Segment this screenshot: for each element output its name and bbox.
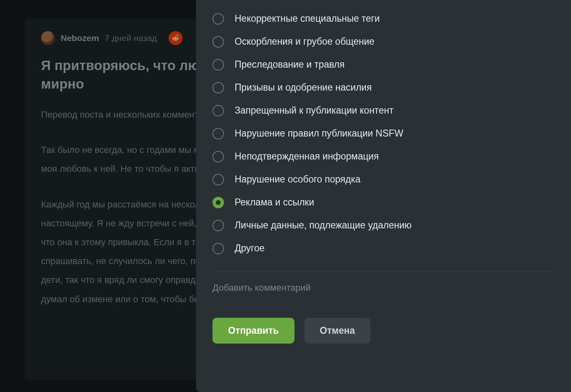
- radio-icon: [212, 128, 224, 139]
- option-special-violation[interactable]: Нарушение особого порядка: [212, 168, 555, 191]
- option-nsfw-violation[interactable]: Нарушение правил публикации NSFW: [212, 122, 555, 145]
- option-violence-calls[interactable]: Призывы и одобрение насилия: [212, 76, 555, 99]
- option-harassment[interactable]: Преследование и травля: [212, 53, 555, 76]
- option-unverified-info[interactable]: Неподтвержденная информация: [212, 145, 555, 168]
- radio-icon: [212, 13, 224, 25]
- option-label: Другое: [235, 243, 265, 254]
- modal-buttons: Отправить Отмена: [212, 318, 555, 344]
- report-modal: Некорректные специальные теги Оскорблени…: [196, 0, 571, 392]
- comment-input[interactable]: [212, 272, 555, 304]
- radio-icon: [212, 174, 224, 185]
- option-label: Нарушение особого порядка: [235, 174, 361, 185]
- option-incorrect-tags[interactable]: Некорректные специальные теги: [212, 7, 555, 30]
- option-label: Призывы и одобрение насилия: [235, 82, 372, 93]
- radio-icon: [212, 82, 224, 93]
- option-label: Нарушение правил публикации NSFW: [235, 128, 403, 139]
- option-ads-links[interactable]: Реклама и ссылки: [212, 191, 555, 214]
- option-personal-data[interactable]: Личные данные, подлежащие удалению: [212, 214, 555, 237]
- report-options-list: Некорректные специальные теги Оскорблени…: [212, 7, 555, 260]
- option-label: Некорректные специальные теги: [235, 13, 380, 25]
- radio-icon: [212, 59, 224, 71]
- submit-button[interactable]: Отправить: [212, 318, 295, 344]
- comment-section: [212, 271, 555, 304]
- radio-icon: [212, 36, 224, 48]
- option-label: Неподтвержденная информация: [235, 151, 379, 162]
- cancel-button[interactable]: Отмена: [304, 318, 371, 344]
- option-label: Преследование и травля: [235, 59, 345, 71]
- page-root: Nebozem 7 дней назад Я притворяюсь, что …: [0, 0, 571, 392]
- radio-icon: [212, 197, 224, 208]
- option-other[interactable]: Другое: [212, 237, 555, 260]
- radio-icon: [212, 151, 224, 162]
- option-label: Личные данные, подлежащие удалению: [235, 220, 411, 231]
- option-label: Оскорбления и грубое общение: [235, 36, 375, 48]
- option-label: Запрещенный к публикации контент: [235, 105, 393, 116]
- radio-icon: [212, 105, 224, 116]
- option-insults[interactable]: Оскорбления и грубое общение: [212, 30, 555, 53]
- option-prohibited-content[interactable]: Запрещенный к публикации контент: [212, 99, 555, 122]
- radio-icon: [212, 243, 224, 254]
- option-label: Реклама и ссылки: [235, 197, 314, 208]
- radio-icon: [212, 220, 224, 231]
